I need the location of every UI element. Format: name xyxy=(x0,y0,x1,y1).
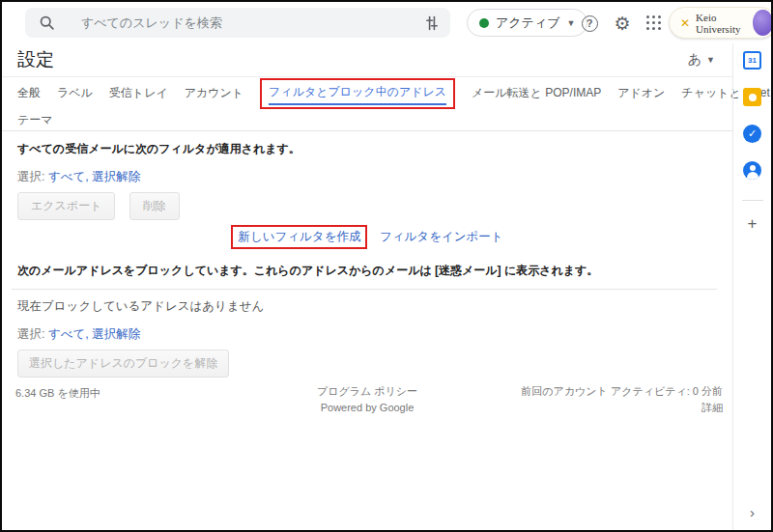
annotation-box-active-tab: フィルタとブロック中のアドレス xyxy=(260,78,455,109)
keep-icon[interactable] xyxy=(743,88,761,106)
organization-name: Keio University xyxy=(696,12,747,35)
side-panel-divider xyxy=(742,200,763,201)
status-selector[interactable]: アクティブ ▼ xyxy=(467,9,587,37)
select-label: 選択: xyxy=(17,327,44,341)
tab-general[interactable]: 全般 xyxy=(17,85,41,101)
blocked-section: 次のメールアドレスをブロックしています。これらのアドレスからのメールは [迷惑メ… xyxy=(2,263,732,378)
gmail-settings-window: アクティブ ▼ ? ⚙ ✕ Keio University 設定 あ ▼ xyxy=(0,0,773,532)
blocked-select-line: 選択: すべて, 選択解除 xyxy=(17,326,717,343)
status-label: アクティブ xyxy=(496,14,560,32)
top-bar: アクティブ ▼ ? ⚙ ✕ Keio University xyxy=(2,2,771,43)
annotation-box-create-filter: 新しいフィルタを作成 xyxy=(231,225,367,249)
input-tools-toggle[interactable]: あ ▼ xyxy=(688,51,715,69)
search-bar[interactable] xyxy=(25,8,450,38)
chevron-down-icon: ▼ xyxy=(706,55,715,65)
settings-tabs: 全般 ラベル 受信トレイ アカウント フィルタとブロック中のアドレス メール転送… xyxy=(2,77,732,131)
help-button[interactable]: ? xyxy=(576,10,603,37)
select-none-link[interactable]: 選択解除 xyxy=(92,170,140,183)
export-button[interactable]: エクスポート xyxy=(17,192,115,220)
tabs-row-1: 全般 ラベル 受信トレイ アカウント フィルタとブロック中のアドレス メール転送… xyxy=(17,77,732,109)
contact-body xyxy=(747,172,759,180)
chevron-down-icon: ▼ xyxy=(567,18,576,28)
select-all-link[interactable]: すべて, xyxy=(48,327,89,341)
filters-heading: すべての受信メールに次のフィルタが適用されます。 xyxy=(17,141,717,157)
create-filter-link[interactable]: 新しいフィルタを作成 xyxy=(238,230,360,243)
filter-links-row: 新しいフィルタを作成 フィルタをインポート xyxy=(17,225,717,249)
settings-content: 設定 あ ▼ 全般 ラベル 受信トレイ アカウント フィルタとブロック中のアドレ… xyxy=(2,43,732,530)
blocked-empty-message: 現在ブロックしているアドレスはありません xyxy=(17,298,717,315)
account-badge[interactable]: ✕ Keio University xyxy=(669,7,773,39)
tab-themes[interactable]: テーマ xyxy=(17,112,53,128)
input-tools-label: あ xyxy=(688,51,701,69)
last-account-activity: 前回のアカウント アクティビティ: 0 分前 xyxy=(521,383,723,400)
active-status-dot xyxy=(479,18,489,28)
tab-labels[interactable]: ラベル xyxy=(57,85,93,101)
select-all-link[interactable]: すべて, xyxy=(48,170,89,183)
tab-filters-blocked[interactable]: フィルタとブロック中のアドレス xyxy=(269,84,446,105)
search-icon[interactable] xyxy=(25,14,68,31)
blocked-body: 現在ブロックしているアドレスはありません 選択: すべて, 選択解除 選択したア… xyxy=(12,289,717,378)
filters-select-line: 選択: すべて, 選択解除 xyxy=(17,169,717,185)
select-label: 選択: xyxy=(17,170,44,183)
search-input[interactable] xyxy=(81,15,414,30)
search-options-icon[interactable] xyxy=(414,15,450,31)
calendar-icon[interactable]: 31 xyxy=(743,51,761,70)
side-panel: 31 ✓ + › xyxy=(732,43,771,530)
avatar[interactable] xyxy=(753,10,772,36)
apps-grid-icon xyxy=(646,15,662,31)
gear-icon: ⚙ xyxy=(614,13,630,35)
page-title: 設定 xyxy=(17,47,54,72)
contacts-icon[interactable] xyxy=(743,161,761,180)
settings-gear-button[interactable]: ⚙ xyxy=(609,10,636,37)
program-policies-link[interactable]: プログラム ポリシー xyxy=(317,385,417,397)
hide-panel-chevron-icon[interactable]: › xyxy=(733,504,771,520)
main-area: 設定 あ ▼ 全般 ラベル 受信トレイ アカウント フィルタとブロック中のアドレ… xyxy=(2,43,771,530)
activity-details-link[interactable]: 詳細 xyxy=(701,402,723,413)
blocked-heading: 次のメールアドレスをブロックしています。これらのアドレスからのメールは [迷惑メ… xyxy=(17,263,717,279)
keep-bulb-icon xyxy=(749,94,757,101)
footer-right: 前回のアカウント アクティビティ: 0 分前 詳細 xyxy=(521,383,723,416)
google-apps-button[interactable] xyxy=(641,10,668,37)
delete-button[interactable]: 削除 xyxy=(129,192,180,220)
tab-addons[interactable]: アドオン xyxy=(617,85,665,101)
keio-logo-icon: ✕ xyxy=(680,16,690,30)
filters-actions: エクスポート 削除 xyxy=(17,185,717,220)
select-none-link[interactable]: 選択解除 xyxy=(92,327,140,341)
tasks-icon[interactable]: ✓ xyxy=(743,125,761,143)
settings-title-row: 設定 あ ▼ xyxy=(2,43,732,77)
get-addons-button[interactable]: + xyxy=(748,214,758,234)
tab-accounts[interactable]: アカウント xyxy=(185,85,243,101)
contact-head xyxy=(750,165,756,171)
unblock-button[interactable]: 選択したアドレスのブロックを解除 xyxy=(17,350,229,378)
filters-section: すべての受信メールに次のフィルタが適用されます。 選択: すべて, 選択解除 エ… xyxy=(2,141,732,249)
tabs-row-2: テーマ xyxy=(17,109,732,130)
tab-forwarding-pop-imap[interactable]: メール転送と POP/IMAP xyxy=(472,85,601,101)
tab-inbox[interactable]: 受信トレイ xyxy=(109,85,168,101)
help-icon: ? xyxy=(582,15,598,32)
import-filter-link[interactable]: フィルタをインポート xyxy=(380,230,503,243)
